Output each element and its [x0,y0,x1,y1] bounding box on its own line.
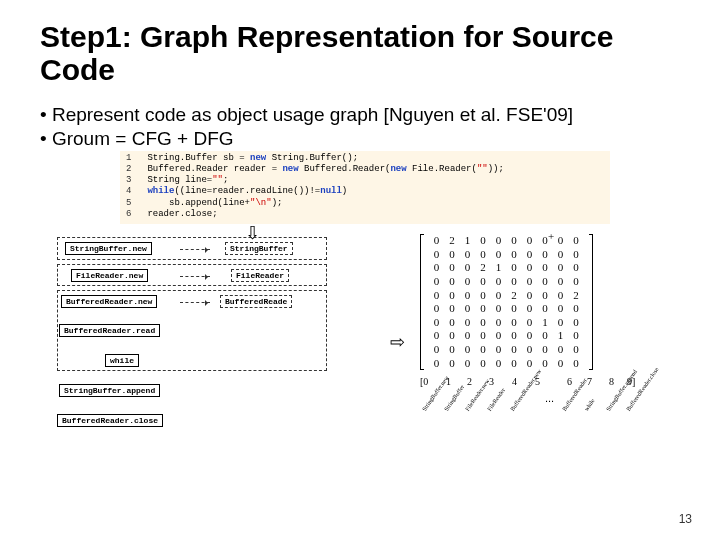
matrix-cell: 0 [568,261,584,275]
matrix-cell: 0 [429,302,445,316]
matrix-cell: 0 [429,329,445,343]
matrix-cell: 0 [537,261,553,275]
matrix-cell: 0 [429,261,445,275]
matrix-cell: 0 [491,343,507,357]
bullet-item: Represent code as object usage graph [Ng… [40,104,680,126]
matrix-cell: 0 [568,357,584,371]
matrix-cell: 2 [506,289,522,303]
matrix-cell: 0 [429,316,445,330]
idx-label: 6 [567,376,572,387]
type-node: StringBuffer [225,242,293,255]
matrix-cell: 0 [568,248,584,262]
matrix-cell: 0 [460,329,476,343]
adjacency-matrix: 0210000000000000000000021000000000000000… [420,234,593,370]
idx-label: [0 [420,376,428,387]
matrix-cell: 0 [506,343,522,357]
matrix-cell: 0 [475,343,491,357]
matrix-cell: 0 [460,343,476,357]
graph-node: StringBuffer.append [59,384,160,397]
matrix-cell: 0 [444,316,460,330]
matrix-cell: 0 [429,289,445,303]
idx-label: 2 [467,376,472,387]
matrix-cell: 0 [444,248,460,262]
matrix-cell: 0 [522,275,538,289]
matrix-cell: 0 [506,302,522,316]
code-line: String line=""; [147,175,504,186]
matrix-cell: 0 [537,357,553,371]
matrix-cell: 0 [491,357,507,371]
matrix-cell: 0 [429,357,445,371]
matrix-cell: 0 [553,343,569,357]
graph-node: while [105,354,139,367]
matrix-cell: 0 [506,329,522,343]
matrix-cell: 0 [429,343,445,357]
matrix-cell: 0 [522,261,538,275]
matrix-cell: 0 [444,302,460,316]
matrix-cell: 0 [522,343,538,357]
type-node: BufferedReade [220,295,292,308]
matrix-cell: 0 [522,289,538,303]
code-line: while((line=reader.readLine())!=null) [147,186,504,197]
matrix-cell: 0 [537,302,553,316]
matrix-cell: 0 [522,316,538,330]
matrix-cell: 0 [475,289,491,303]
matrix-cell: 0 [444,329,460,343]
idx-label: 4 [512,376,517,387]
graph-node: FileReader.new [71,269,148,282]
line-number: 1 [126,153,131,164]
matrix-cell: 0 [506,316,522,330]
arrow-right-icon: ⇨ [390,331,405,353]
code-line: Buffered.Reader reader = new Buffered.Re… [147,164,504,175]
matrix-cell: 0 [553,316,569,330]
plus-label: + [548,230,554,242]
matrix-cell: 0 [491,302,507,316]
matrix-cell: 0 [475,316,491,330]
matrix-cell: 0 [429,234,445,248]
matrix-cell: 0 [444,289,460,303]
code-block: 1 2 3 4 5 6 String.Buffer sb = new Strin… [120,151,610,225]
matrix-cell: 0 [553,248,569,262]
matrix-cell: 0 [491,316,507,330]
matrix-cell: 0 [429,275,445,289]
rot-label: StringBuffer [443,384,465,412]
bullet-item: Groum = CFG + DFG [40,128,680,150]
matrix-cell: 0 [491,248,507,262]
matrix-cell: 0 [568,302,584,316]
ellipsis: ... [545,392,554,404]
matrix-cell: 0 [568,316,584,330]
rot-label: BufferedReader.new [509,368,542,412]
matrix-cell: 0 [506,261,522,275]
matrix-cell: 0 [491,234,507,248]
matrix-cell: 1 [460,234,476,248]
line-number: 4 [126,186,131,197]
matrix-cell: 1 [553,329,569,343]
matrix-cell: 0 [522,248,538,262]
type-node: FileReader [231,269,289,282]
matrix-cell: 0 [475,302,491,316]
matrix-cell: 0 [506,357,522,371]
matrix-cell: 0 [568,275,584,289]
line-number: 2 [126,164,131,175]
matrix-cell: 0 [491,329,507,343]
matrix-cell: 0 [537,289,553,303]
edge-arrow-icon [180,249,210,250]
graph-node: BufferedReader.new [61,295,157,308]
matrix-cell: 0 [522,329,538,343]
code-line: String.Buffer sb = new String.Buffer(); [147,153,504,164]
matrix-cell: 2 [475,261,491,275]
matrix-cell: 0 [553,289,569,303]
matrix-cell: 0 [460,302,476,316]
line-number: 6 [126,209,131,220]
graph-node: StringBuffer.new [65,242,152,255]
line-number: 3 [126,175,131,186]
edge-arrow-icon [180,302,210,303]
matrix-cell: 0 [460,275,476,289]
matrix-cell: 0 [475,275,491,289]
matrix-cell: 2 [568,289,584,303]
matrix-cell: 0 [491,289,507,303]
matrix-cell: 0 [506,248,522,262]
bullet-list: Represent code as object usage graph [Ng… [40,104,680,150]
matrix-cell: 0 [568,329,584,343]
matrix-cell: 0 [537,329,553,343]
slide-title: Step1: Graph Representation for Source C… [40,20,680,86]
